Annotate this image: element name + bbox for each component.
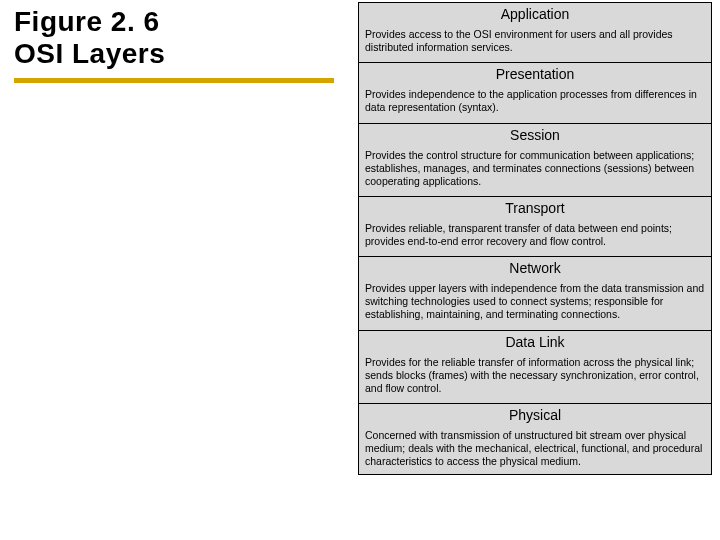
layer-desc: Provides the control structure for commu…: [359, 145, 711, 196]
layer-title: Transport: [359, 197, 711, 218]
layer-desc: Concerned with transmission of unstructu…: [359, 425, 711, 474]
figure-title-line1: Figure 2. 6: [14, 6, 334, 38]
title-underline: [14, 78, 334, 83]
layer-application: Application Provides access to the OSI e…: [358, 2, 712, 63]
osi-stack-wrap: Application Provides access to the OSI e…: [350, 0, 720, 540]
layer-desc: Provides reliable, transparent transfer …: [359, 218, 711, 256]
layer-transport: Transport Provides reliable, transparent…: [358, 196, 712, 257]
layer-title: Presentation: [359, 63, 711, 84]
layer-title: Physical: [359, 404, 711, 425]
layer-physical: Physical Concerned with transmission of …: [358, 403, 712, 475]
figure-title-block: Figure 2. 6 OSI Layers: [14, 6, 334, 83]
layer-desc: Provides independence to the application…: [359, 84, 711, 122]
layer-title: Network: [359, 257, 711, 278]
layer-title: Application: [359, 3, 711, 24]
layer-network: Network Provides upper layers with indep…: [358, 256, 712, 330]
layer-session: Session Provides the control structure f…: [358, 123, 712, 197]
layer-title: Session: [359, 124, 711, 145]
figure-title-line2: OSI Layers: [14, 38, 334, 70]
osi-stack: Application Provides access to the OSI e…: [350, 2, 720, 475]
layer-desc: Provides upper layers with independence …: [359, 278, 711, 329]
layer-desc: Provides for the reliable transfer of in…: [359, 352, 711, 403]
layer-data-link: Data Link Provides for the reliable tran…: [358, 330, 712, 404]
layer-title: Data Link: [359, 331, 711, 352]
layer-desc: Provides access to the OSI environment f…: [359, 24, 711, 62]
layer-presentation: Presentation Provides independence to th…: [358, 62, 712, 123]
